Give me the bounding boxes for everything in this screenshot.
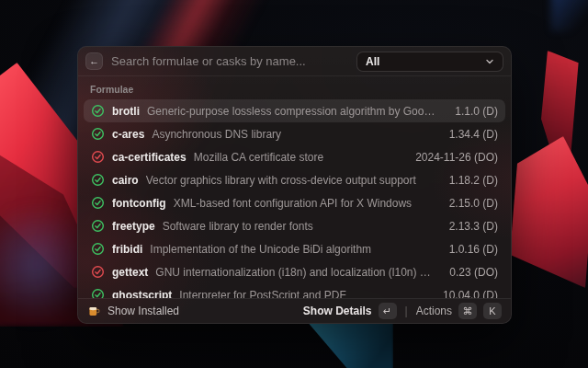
formula-version: 1.0.16 (D)	[440, 243, 498, 256]
formula-row-cairo[interactable]: cairo Vector graphics library with cross…	[84, 168, 505, 191]
formula-name: cairo	[112, 174, 139, 187]
formula-name: freetype	[112, 220, 155, 233]
formula-row-ca-certificates[interactable]: ca-certificates Mozilla CA certificate s…	[84, 145, 505, 168]
formula-version: 1.1.0 (D)	[446, 105, 498, 118]
formula-row-brotli[interactable]: brotli Generic-purpose lossless compress…	[84, 99, 505, 122]
filter-selected-value: All	[366, 55, 379, 68]
formula-name: c-ares	[112, 128, 144, 141]
formula-name: ca-certificates	[112, 151, 187, 164]
back-button[interactable]: ←	[85, 52, 103, 70]
formula-row-ghostscript[interactable]: ghostscript Interpreter for PostScript a…	[84, 283, 505, 298]
formula-version: 1.34.4 (D)	[440, 128, 498, 141]
desktop: ← All Formulae brotli Generic-purpose lo…	[0, 0, 588, 368]
launcher-window: ← All Formulae brotli Generic-purpose lo…	[77, 46, 512, 324]
beer-mug-icon	[87, 305, 100, 317]
formula-version: 2.15.0 (D)	[440, 197, 498, 210]
actions-button[interactable]: Actions	[416, 305, 452, 317]
formula-name: fribidi	[112, 243, 142, 256]
formula-version: 10.04.0 (D)	[434, 289, 498, 299]
formula-description: Interpreter for PostScript and PDF	[179, 289, 345, 299]
formula-version: 1.18.2 (D)	[440, 174, 498, 187]
wallpaper-corner-streak	[551, 0, 588, 31]
wallpaper-teal-wedge	[301, 319, 393, 368]
formula-description: Mozilla CA certificate store	[194, 151, 323, 164]
formula-version: 2.13.3 (D)	[440, 220, 498, 233]
formula-description: Generic-purpose lossless compression alg…	[147, 105, 438, 118]
search-header: ← All	[78, 47, 511, 76]
footer-bar: Show Installed Show Details ↵ | Actions …	[78, 298, 511, 323]
footer-actions-area: Show Details ↵ | Actions ⌘ K	[303, 303, 502, 319]
formula-row-fontconfig[interactable]: fontconfig XML-based font configuration …	[84, 191, 505, 214]
formula-version: 0.23 (DO)	[440, 266, 498, 279]
formula-description: Asynchronous DNS library	[152, 128, 281, 141]
formula-row-freetype[interactable]: freetype Software library to render font…	[84, 214, 505, 237]
check-circle-icon	[91, 219, 105, 233]
chevron-down-icon	[485, 57, 494, 66]
section-header: Formulae	[78, 76, 511, 99]
search-input[interactable]	[111, 54, 347, 68]
footer-divider: |	[405, 305, 408, 317]
formula-version: 2024-11-26 (DO)	[406, 151, 498, 164]
formula-row-fribidi[interactable]: fribidi Implementation of the Unicode Bi…	[84, 237, 505, 260]
formula-description: Implementation of the Unicode BiDi algor…	[150, 243, 371, 256]
check-circle-icon	[91, 196, 105, 210]
formula-name: brotli	[112, 105, 140, 118]
formula-name: fontconfig	[112, 197, 166, 210]
formula-name: gettext	[112, 266, 148, 279]
back-arrow-icon: ←	[89, 55, 99, 66]
wallpaper-right-shard-large	[501, 136, 588, 288]
formula-description: Software library to render fonts	[163, 220, 313, 233]
check-circle-icon	[91, 104, 105, 118]
show-details-button[interactable]: Show Details	[303, 305, 372, 317]
formula-name: ghostscript	[112, 289, 172, 299]
check-circle-icon	[91, 127, 105, 141]
return-key-icon: ↵	[379, 303, 397, 319]
show-installed-label: Show Installed	[107, 305, 179, 317]
filter-dropdown[interactable]: All	[356, 52, 503, 72]
formula-row-c-ares[interactable]: c-ares Asynchronous DNS library 1.34.4 (…	[84, 122, 505, 145]
k-key-icon: K	[483, 303, 502, 319]
formula-row-gettext[interactable]: gettext GNU internationalization (i18n) …	[84, 260, 505, 283]
command-key-icon: ⌘	[458, 303, 477, 319]
results-list: Formulae brotli Generic-purpose lossless…	[78, 76, 511, 298]
check-circle-icon	[91, 288, 105, 298]
check-circle-icon	[91, 173, 105, 187]
formula-description: Vector graphics library with cross-devic…	[146, 174, 416, 187]
check-circle-icon	[91, 150, 105, 164]
show-installed-button[interactable]: Show Installed	[87, 305, 179, 317]
formula-description: XML-based font configuration API for X W…	[174, 197, 412, 210]
formula-description: GNU internationalization (i18n) and loca…	[155, 266, 433, 279]
check-circle-icon	[91, 265, 105, 279]
check-circle-icon	[91, 242, 105, 256]
